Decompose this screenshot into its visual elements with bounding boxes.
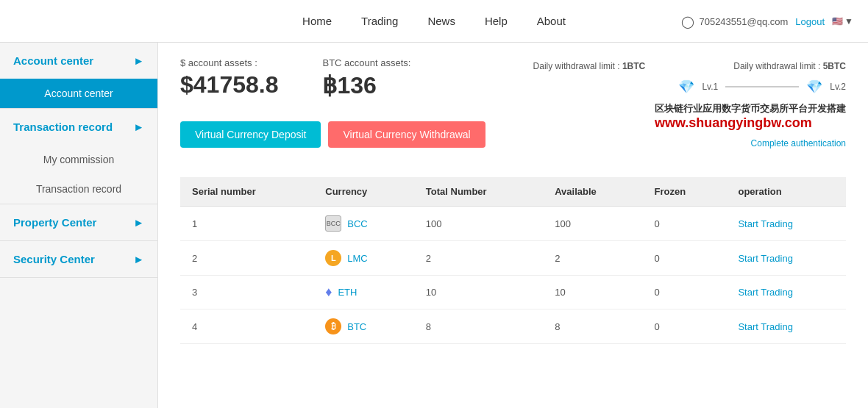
table-row: 4 ₿ BTC 8 8 0 Start Trading	[180, 309, 846, 344]
table-header: Serial number Currency Total Number Avai…	[180, 177, 846, 207]
sidebar-item-transaction-record[interactable]: Transaction record	[0, 174, 157, 204]
nav-links: Home Trading News Help About	[302, 15, 566, 27]
nav-about[interactable]: About	[537, 15, 566, 27]
sidebar-item-account-center[interactable]: Account center	[0, 79, 157, 108]
cell-total-1: 2	[414, 241, 543, 276]
currency-link-3[interactable]: BTC	[347, 321, 366, 332]
sidebar-section-transaction: Transaction record ► My commission Trans…	[0, 109, 157, 204]
cell-action-2: Start Trading	[726, 276, 846, 309]
sidebar-section-property: Property Center ►	[0, 204, 157, 241]
main-layout: Account center ► Account center Transact…	[0, 43, 868, 408]
cell-frozen-2: 0	[642, 276, 726, 309]
nav-trading[interactable]: Trading	[361, 15, 398, 27]
daily-limit-1: Daily withdrawal limit : 1BTC	[533, 61, 646, 71]
cell-action-1: Start Trading	[726, 241, 846, 276]
cell-currency-0: BCC BCC	[313, 207, 414, 241]
main-content: $ account assets : $41758.8 BTC account …	[158, 43, 868, 408]
diamond-icon-1: 💎	[678, 79, 694, 95]
user-avatar-icon: ◯	[681, 14, 694, 28]
cell-action-3: Start Trading	[726, 309, 846, 344]
cell-available-2: 10	[543, 276, 642, 309]
cell-available-0: 100	[543, 207, 642, 241]
th-frozen: Frozen	[642, 177, 726, 207]
cell-serial-2: 3	[180, 276, 313, 309]
cell-frozen-1: 0	[642, 241, 726, 276]
currency-link-2[interactable]: ETH	[338, 287, 357, 298]
cell-currency-2: ♦ ETH	[313, 276, 414, 309]
currency-link-0[interactable]: BCC	[347, 218, 367, 229]
table-row: 1 BCC BCC 100 100 0 Start Trading	[180, 207, 846, 241]
th-currency: Currency	[313, 177, 414, 207]
currency-link-1[interactable]: LMC	[347, 253, 367, 264]
usd-asset-block: $ account assets : $41758.8	[180, 57, 278, 99]
sidebar-item-my-commission[interactable]: My commission	[0, 145, 157, 174]
cell-total-2: 10	[414, 276, 543, 309]
daily-limit-1-label: Daily withdrawal limit :	[533, 61, 620, 71]
limits-right: Daily withdrawal limit : 1BTC Daily with…	[533, 61, 846, 148]
watermark-block: 区块链行业应用数字货币交易所平台开发搭建 www.shuangyingbw.co…	[655, 102, 846, 131]
diamond-icon-2: 💎	[806, 79, 822, 95]
logout-button[interactable]: Logout	[795, 15, 825, 26]
cell-frozen-0: 0	[642, 207, 726, 241]
sidebar-header-security[interactable]: Security Center ►	[0, 241, 157, 277]
sidebar-account-arrow-icon: ►	[133, 54, 144, 67]
btc-asset-block: BTC account assets: ฿136	[322, 57, 410, 99]
daily-limit-1-value: 1BTC	[622, 61, 645, 71]
language-selector[interactable]: 🇺🇸 ▼	[832, 16, 853, 26]
top-nav: Home Trading News Help About ◯ 705243551…	[0, 0, 868, 43]
sidebar-section-account: Account center ► Account center	[0, 43, 157, 109]
th-serial: Serial number	[180, 177, 313, 207]
cell-total-0: 100	[414, 207, 543, 241]
nav-help[interactable]: Help	[485, 15, 508, 27]
content-assets-left: $ account assets : $41758.8 BTC account …	[180, 57, 485, 162]
sidebar-header-transaction[interactable]: Transaction record ►	[0, 109, 157, 145]
sidebar-transaction-arrow-icon: ►	[133, 121, 144, 133]
sidebar-account-center-title: Account center	[13, 54, 93, 67]
cell-currency-3: ₿ BTC	[313, 309, 414, 344]
btc-value: ฿136	[322, 71, 410, 99]
action-row: Virtual Currency Deposit Virtual Currenc…	[180, 121, 485, 148]
content-top: $ account assets : $41758.8 BTC account …	[180, 57, 846, 162]
daily-limit-2-value: 5BTC	[823, 61, 846, 71]
watermark-text-1: 区块链行业应用数字货币交易所平台开发搭建	[655, 102, 846, 115]
flag-icon: 🇺🇸	[832, 16, 843, 26]
nav-home[interactable]: Home	[302, 15, 332, 27]
start-trading-link-1[interactable]: Start Trading	[738, 253, 792, 264]
cell-available-1: 2	[543, 241, 642, 276]
th-total: Total Number	[414, 177, 543, 207]
cell-serial-1: 2	[180, 241, 313, 276]
start-trading-link-2[interactable]: Start Trading	[738, 287, 792, 298]
th-operation: operation	[726, 177, 846, 207]
cell-serial-0: 1	[180, 207, 313, 241]
cell-action-0: Start Trading	[726, 207, 846, 241]
watermark-text-2: www.shuangyingbw.com	[655, 115, 846, 131]
cell-frozen-3: 0	[642, 309, 726, 344]
table-header-row: Serial number Currency Total Number Avai…	[180, 177, 846, 207]
chevron-down-icon: ▼	[844, 16, 853, 26]
nav-news[interactable]: News	[427, 15, 455, 27]
level-progress-bar	[725, 86, 799, 87]
sidebar-section-security: Security Center ►	[0, 241, 157, 278]
asset-table: Serial number Currency Total Number Avai…	[180, 177, 846, 344]
deposit-button[interactable]: Virtual Currency Deposit	[180, 121, 321, 148]
nav-user-email: 705243551@qq.com	[699, 15, 788, 26]
sidebar-property-arrow-icon: ►	[133, 216, 144, 229]
nav-right: ◯ 705243551@qq.com Logout 🇺🇸 ▼	[681, 14, 853, 28]
level-2-label: Lv.2	[830, 82, 846, 92]
complete-auth-link[interactable]: Complete authentication	[751, 138, 846, 148]
usd-label: $ account assets :	[180, 57, 278, 68]
assets-row: $ account assets : $41758.8 BTC account …	[180, 57, 485, 99]
daily-limit-2-label: Daily withdrawal limit :	[733, 61, 820, 71]
btc-label: BTC account assets:	[322, 57, 410, 68]
start-trading-link-0[interactable]: Start Trading	[738, 218, 792, 229]
sidebar-header-account[interactable]: Account center ►	[0, 43, 157, 79]
th-available: Available	[543, 177, 642, 207]
table-body: 1 BCC BCC 100 100 0 Start Trading 2 L LM…	[180, 207, 846, 344]
sidebar-header-property[interactable]: Property Center ►	[0, 204, 157, 240]
sidebar-security-title: Security Center	[13, 253, 95, 265]
cell-serial-3: 4	[180, 309, 313, 344]
table-row: 2 L LMC 2 2 0 Start Trading	[180, 241, 846, 276]
start-trading-link-3[interactable]: Start Trading	[738, 321, 792, 332]
withdraw-button[interactable]: Virtual Currency Withdrawal	[328, 121, 485, 148]
limits-row: Daily withdrawal limit : 1BTC Daily with…	[533, 61, 846, 71]
